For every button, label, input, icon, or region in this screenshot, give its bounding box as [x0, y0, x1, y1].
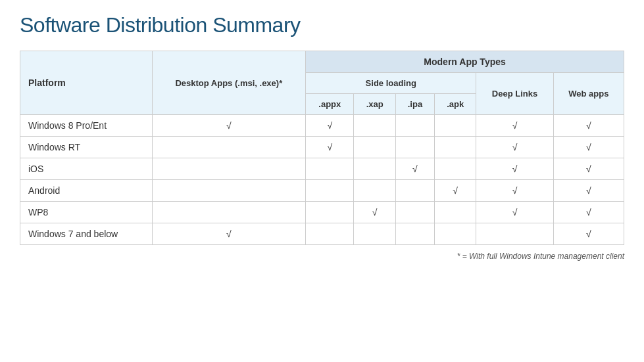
cell-value: √	[434, 180, 476, 202]
cell-value: √	[354, 202, 395, 223]
cell-value	[434, 137, 476, 158]
cell-value	[434, 158, 476, 180]
cell-value	[152, 137, 306, 158]
cell-value	[395, 180, 434, 202]
platform-name: Android	[20, 180, 153, 202]
cell-value	[434, 223, 476, 245]
cell-value: √	[476, 115, 553, 137]
platform-name: Windows RT	[20, 137, 153, 158]
cell-value	[306, 158, 354, 180]
table-row: Windows 7 and below√√	[20, 223, 624, 245]
table-row: Windows 8 Pro/Ent√√√√	[20, 115, 624, 137]
cell-value: √	[553, 180, 624, 202]
cell-value	[395, 115, 434, 137]
page-title: Software Distribution Summary	[20, 13, 624, 37]
table-row: WP8√√√	[20, 202, 624, 223]
cell-value	[306, 223, 354, 245]
platform-name: iOS	[20, 158, 153, 180]
distribution-table: Platform Desktop Apps (.msi, .exe)* Mode…	[20, 51, 624, 245]
col-header-xap: .xap	[354, 94, 395, 115]
cell-value: √	[306, 137, 354, 158]
col-header-sideloading: Side loading	[306, 73, 476, 94]
cell-value: √	[476, 180, 553, 202]
table-row: iOS√√√	[20, 158, 624, 180]
col-header-deeplinks: Deep Links	[476, 73, 553, 115]
cell-value	[476, 223, 553, 245]
table-row: Windows RT√√√	[20, 137, 624, 158]
cell-value: √	[395, 158, 434, 180]
cell-value	[434, 202, 476, 223]
cell-value	[395, 137, 434, 158]
cell-value	[152, 158, 306, 180]
platform-name: Windows 7 and below	[20, 223, 153, 245]
table-row: Android√√√	[20, 180, 624, 202]
cell-value: √	[553, 115, 624, 137]
cell-value	[306, 202, 354, 223]
cell-value	[354, 158, 395, 180]
platform-name: Windows 8 Pro/Ent	[20, 115, 153, 137]
cell-value: √	[476, 158, 553, 180]
cell-value: √	[306, 115, 354, 137]
cell-value	[152, 202, 306, 223]
col-header-modern: Modern App Types	[306, 51, 624, 73]
col-header-ipa: .ipa	[395, 94, 434, 115]
cell-value	[152, 180, 306, 202]
cell-value: √	[553, 223, 624, 245]
cell-value: √	[476, 137, 553, 158]
cell-value: √	[152, 115, 306, 137]
cell-value	[354, 115, 395, 137]
cell-value	[306, 180, 354, 202]
cell-value: √	[476, 202, 553, 223]
footnote: * = With full Windows Intune management …	[20, 252, 624, 261]
cell-value: √	[553, 137, 624, 158]
cell-value: √	[553, 158, 624, 180]
col-header-platform: Platform	[20, 51, 153, 115]
cell-value	[354, 223, 395, 245]
col-header-webapps: Web apps	[553, 73, 624, 115]
cell-value	[395, 223, 434, 245]
cell-value: √	[553, 202, 624, 223]
cell-value	[395, 202, 434, 223]
col-header-desktop: Desktop Apps (.msi, .exe)*	[152, 51, 306, 115]
col-header-apk: .apk	[434, 94, 476, 115]
cell-value	[434, 115, 476, 137]
cell-value	[354, 180, 395, 202]
cell-value	[354, 137, 395, 158]
platform-name: WP8	[20, 202, 153, 223]
cell-value: √	[152, 223, 306, 245]
col-header-appx: .appx	[306, 94, 354, 115]
